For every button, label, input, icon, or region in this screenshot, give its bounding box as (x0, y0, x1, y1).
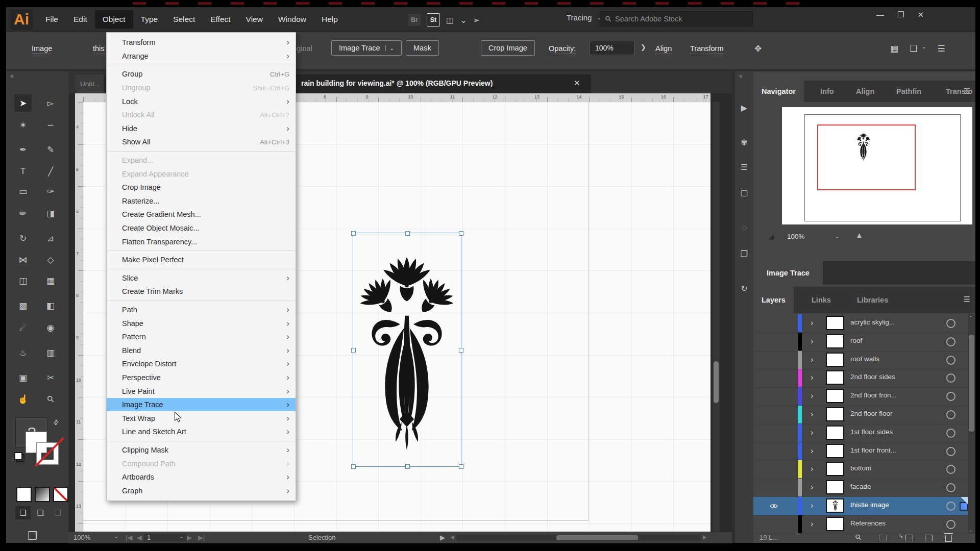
layer-row[interactable]: ›facade (753, 479, 968, 497)
menu-item-compound-path[interactable]: Compound Path› (107, 457, 296, 470)
ruler-origin-corner[interactable] (75, 93, 84, 103)
menu-item-arrange[interactable]: Arrange› (107, 49, 296, 63)
layer-thumbnail[interactable] (826, 353, 844, 367)
menu-help[interactable]: Help (314, 10, 346, 29)
expand-chevron-icon[interactable]: › (811, 501, 813, 510)
grid-icon[interactable]: ▦ (890, 43, 898, 54)
selection-bounding-box[interactable] (353, 233, 461, 467)
target-circle-icon[interactable] (946, 429, 955, 438)
scroll-left-icon[interactable]: ◀ (450, 534, 454, 540)
dashed-circle-icon[interactable]: ◌ (735, 223, 753, 233)
layer-name[interactable]: roof walls (850, 355, 879, 363)
menu-type[interactable]: Type (133, 10, 166, 29)
expand-chevron-icon[interactable]: › (811, 519, 813, 529)
type-tool-icon[interactable]: T (14, 163, 32, 180)
layer-thumbnail[interactable] (826, 462, 844, 476)
menu-item-blend[interactable]: Blend› (107, 343, 296, 357)
transform-panel-label[interactable]: Transform (690, 44, 724, 54)
tab-libraries[interactable]: Libraries (849, 287, 896, 313)
selection-handle[interactable] (351, 231, 356, 236)
first-artboard-icon[interactable]: |◀ (126, 534, 132, 541)
rotate-tool-icon[interactable]: ↻ (14, 230, 32, 247)
tab-pathfin[interactable]: Pathfin (888, 81, 929, 102)
layer-row[interactable]: ›roof (753, 333, 968, 352)
menu-item-text-wrap[interactable]: Text Wrap› (107, 411, 296, 425)
layer-thumbnail[interactable] (826, 334, 844, 348)
menu-edit[interactable]: Edit (66, 10, 95, 29)
layer-name[interactable]: thistle image (850, 501, 889, 509)
filename-fragment[interactable]: this (93, 44, 105, 54)
expand-chevron-icon[interactable]: › (811, 464, 813, 473)
new-sublayer-icon[interactable] (905, 535, 913, 541)
selection-handle[interactable] (459, 348, 463, 353)
slice-tool-icon[interactable]: ✂ (42, 369, 59, 386)
menu-item-pattern[interactable]: Pattern› (107, 330, 296, 344)
target-circle-icon[interactable] (946, 410, 955, 419)
opacity-value-field[interactable]: 100% (590, 41, 634, 55)
layer-row[interactable]: ›acrylic skylig... (753, 314, 968, 333)
workspace-layout-icon[interactable]: ◫ (446, 15, 454, 25)
expand-chevron-icon[interactable]: › (811, 391, 813, 400)
target-circle-icon[interactable] (946, 520, 955, 529)
prev-artboard-icon[interactable]: ◀ (137, 534, 142, 541)
menu-item-slice[interactable]: Slice› (107, 271, 296, 285)
expand-chevron-icon[interactable]: › (811, 337, 813, 346)
expand-chevron-icon[interactable]: › (811, 428, 813, 437)
scroll-up-icon[interactable]: ⌃ (969, 315, 973, 320)
opacity-label[interactable]: Opacity: (549, 44, 576, 54)
layers-scrollbar[interactable]: ⌃ ⌄ (968, 314, 975, 534)
target-circle-icon[interactable] (946, 465, 955, 474)
mask-button[interactable]: Mask (406, 40, 439, 56)
horizontal-scrollbar[interactable] (456, 535, 700, 541)
layer-name[interactable]: roof (850, 337, 862, 344)
bridge-icon[interactable]: Br (408, 14, 421, 26)
layer-name[interactable]: 2nd floor fron... (850, 391, 897, 399)
chevron-down-icon[interactable]: ⌄ (921, 43, 926, 54)
menu-item-envelope-distort[interactable]: Envelope Distort› (107, 357, 296, 371)
navigator-preview[interactable] (782, 107, 972, 224)
tab-info[interactable]: Info (812, 81, 842, 102)
menu-item-line-and-sketch-art[interactable]: Line and Sketch Art› (107, 425, 296, 439)
layer-thumbnail[interactable] (826, 517, 844, 531)
layer-thumbnail[interactable] (826, 480, 844, 494)
symbol-sprayer-tool-icon[interactable]: ♨ (14, 344, 32, 361)
target-circle-icon[interactable] (946, 502, 955, 511)
layer-row[interactable]: ›thistle image (753, 497, 968, 516)
menu-item-lock[interactable]: Lock› (107, 94, 296, 108)
target-circle-icon[interactable] (946, 337, 955, 346)
eraser-tool-icon[interactable]: ◨ (42, 205, 59, 222)
layer-thumbnail[interactable] (826, 425, 844, 440)
menu-item-clipping-mask[interactable]: Clipping Mask› (107, 443, 296, 457)
menu-item-group[interactable]: GroupCtrl+G (107, 67, 296, 81)
scroll-down-icon[interactable]: ⌄ (969, 528, 973, 533)
maximize-button[interactable]: ❐ (897, 10, 904, 19)
expand-panels-icon[interactable]: « (739, 72, 743, 80)
width-tool-icon[interactable]: ⋈ (14, 251, 32, 268)
make-clipping-mask-icon[interactable] (879, 535, 887, 541)
background-document-tab[interactable]: Untit... (75, 74, 105, 93)
zoom-out-icon[interactable]: ◢ (769, 233, 774, 240)
panel-dock-icon[interactable]: ❏ (910, 43, 917, 54)
image-trace-panel-tab[interactable]: Image Trace (753, 261, 823, 285)
panel-menu-icon[interactable]: ☰ (964, 295, 970, 304)
new-layer-icon[interactable] (925, 535, 933, 541)
line-segment-tool-icon[interactable]: ╱ (42, 163, 59, 180)
menu-effect[interactable]: Effect (203, 10, 238, 29)
select-similar-icon[interactable]: ✥ (754, 43, 762, 54)
menu-item-path[interactable]: Path› (107, 303, 296, 317)
draw-inside-mode-button[interactable]: ❏ (50, 506, 65, 519)
draw-normal-mode-button[interactable]: ❏ (15, 506, 31, 519)
layer-thumbnail[interactable] (826, 370, 844, 385)
tab-links[interactable]: Links (803, 287, 839, 313)
expand-chevron-icon[interactable]: › (811, 483, 813, 492)
menu-item-create-gradient-mesh[interactable]: Create Gradient Mesh... (107, 208, 296, 221)
none-button[interactable] (53, 487, 68, 502)
target-circle-icon[interactable] (946, 373, 955, 383)
menu-item-expand[interactable]: Expand... (107, 154, 296, 167)
expand-chevron-icon[interactable]: › (811, 446, 813, 456)
rectangle-tool-icon[interactable]: ▭ (14, 183, 32, 200)
layer-thumbnail[interactable] (826, 316, 844, 330)
tab-layers[interactable]: Layers (753, 287, 794, 313)
target-circle-icon[interactable] (946, 319, 955, 328)
gradient-button[interactable] (35, 487, 50, 502)
